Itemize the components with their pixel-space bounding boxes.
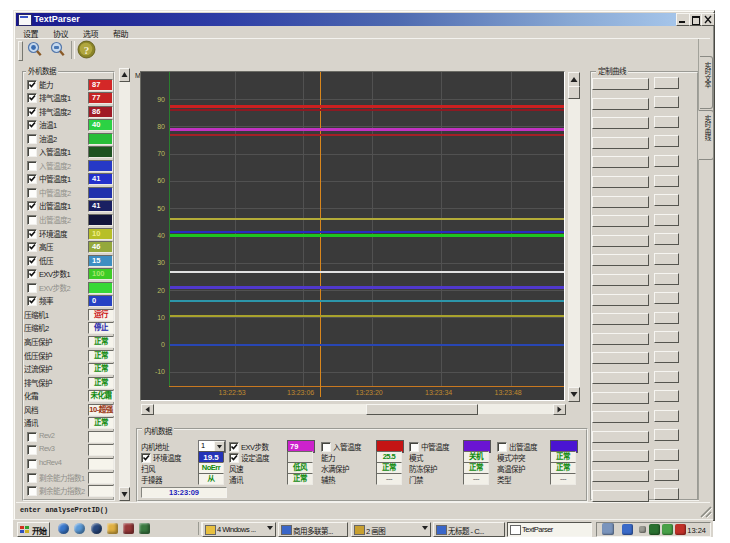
svg-text:?: ?: [84, 44, 90, 56]
